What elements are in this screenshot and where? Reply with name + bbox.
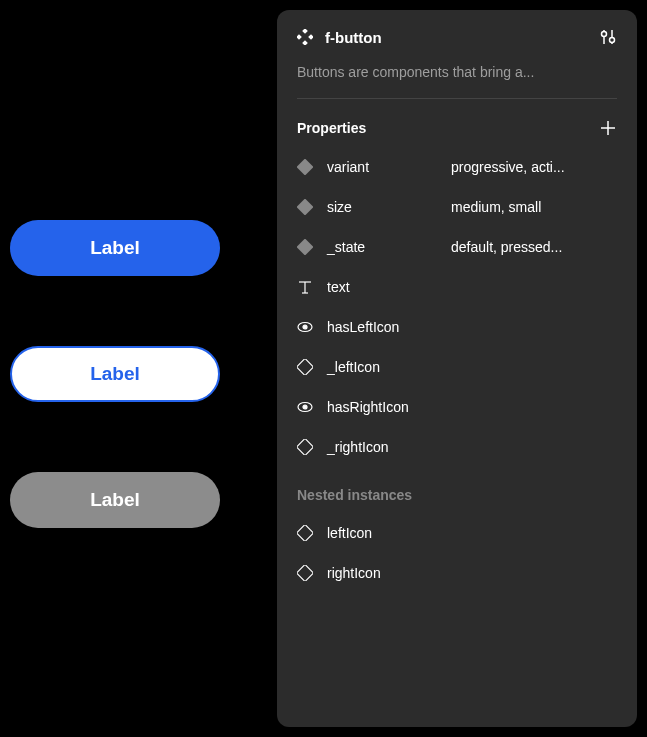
property-name: variant: [327, 159, 437, 175]
add-property-icon[interactable]: [599, 119, 617, 137]
nested-row-rightIcon[interactable]: rightIcon: [297, 553, 617, 593]
properties-section: Properties variant progressive, acti... …: [277, 99, 637, 467]
button-preview-disabled[interactable]: Label: [10, 472, 220, 528]
button-label: Label: [90, 489, 140, 511]
property-name: size: [327, 199, 437, 215]
variant-icon: [297, 199, 313, 215]
design-canvas[interactable]: Label Label Label: [0, 0, 277, 737]
instance-icon: [297, 565, 313, 581]
svg-rect-1: [297, 34, 302, 40]
property-row-rightIcon[interactable]: _rightIcon: [297, 427, 617, 467]
panel-title-row: f-button: [297, 28, 617, 46]
svg-rect-3: [302, 40, 308, 45]
svg-point-7: [610, 38, 615, 43]
nested-name: rightIcon: [327, 565, 437, 581]
instance-icon: [297, 525, 313, 541]
button-preview-stack: Label Label Label: [0, 220, 220, 528]
nested-name: leftIcon: [327, 525, 437, 541]
nested-row-leftIcon[interactable]: leftIcon: [297, 513, 617, 553]
button-label: Label: [90, 363, 140, 385]
property-row-leftIcon[interactable]: _leftIcon: [297, 347, 617, 387]
adjust-icon[interactable]: [599, 28, 617, 46]
property-value: default, pressed...: [451, 239, 617, 255]
property-value: medium, small: [451, 199, 617, 215]
svg-rect-0: [302, 29, 308, 34]
property-name: hasLeftIcon: [327, 319, 437, 335]
component-description: Buttons are components that bring a...: [297, 64, 617, 80]
property-row-state[interactable]: _state default, pressed...: [297, 227, 617, 267]
svg-rect-21: [297, 439, 313, 455]
svg-rect-10: [297, 159, 313, 175]
text-icon: [297, 279, 313, 295]
boolean-icon: [297, 319, 313, 335]
nested-header: Nested instances: [297, 487, 617, 503]
property-row-hasLeftIcon[interactable]: hasLeftIcon: [297, 307, 617, 347]
instance-icon: [297, 359, 313, 375]
properties-header: Properties: [297, 119, 617, 137]
property-row-text[interactable]: text: [297, 267, 617, 307]
component-icon: [297, 29, 313, 45]
property-name: _rightIcon: [327, 439, 437, 455]
property-name: hasRightIcon: [327, 399, 437, 415]
panel-header: f-button Buttons are components that bri…: [277, 10, 637, 99]
variant-icon: [297, 239, 313, 255]
svg-rect-2: [308, 34, 313, 40]
property-name: _leftIcon: [327, 359, 437, 375]
property-name: text: [327, 279, 437, 295]
svg-point-17: [303, 325, 307, 329]
property-row-variant[interactable]: variant progressive, acti...: [297, 147, 617, 187]
button-preview-progressive[interactable]: Label: [10, 220, 220, 276]
svg-rect-23: [297, 565, 313, 581]
svg-point-20: [303, 405, 307, 409]
svg-point-5: [602, 32, 607, 37]
property-name: _state: [327, 239, 437, 255]
svg-rect-22: [297, 525, 313, 541]
nested-title: Nested instances: [297, 487, 412, 503]
variant-icon: [297, 159, 313, 175]
instance-icon: [297, 439, 313, 455]
component-name: f-button: [325, 29, 587, 46]
boolean-icon: [297, 399, 313, 415]
button-preview-outline[interactable]: Label: [10, 346, 220, 402]
svg-rect-11: [297, 199, 313, 215]
properties-panel: f-button Buttons are components that bri…: [277, 10, 637, 727]
button-label: Label: [90, 237, 140, 259]
svg-rect-12: [297, 239, 313, 255]
svg-rect-18: [297, 359, 313, 375]
properties-title: Properties: [297, 120, 366, 136]
nested-instances-section: Nested instances leftIcon rightIcon: [277, 467, 637, 593]
property-row-size[interactable]: size medium, small: [297, 187, 617, 227]
property-value: progressive, acti...: [451, 159, 617, 175]
property-row-hasRightIcon[interactable]: hasRightIcon: [297, 387, 617, 427]
